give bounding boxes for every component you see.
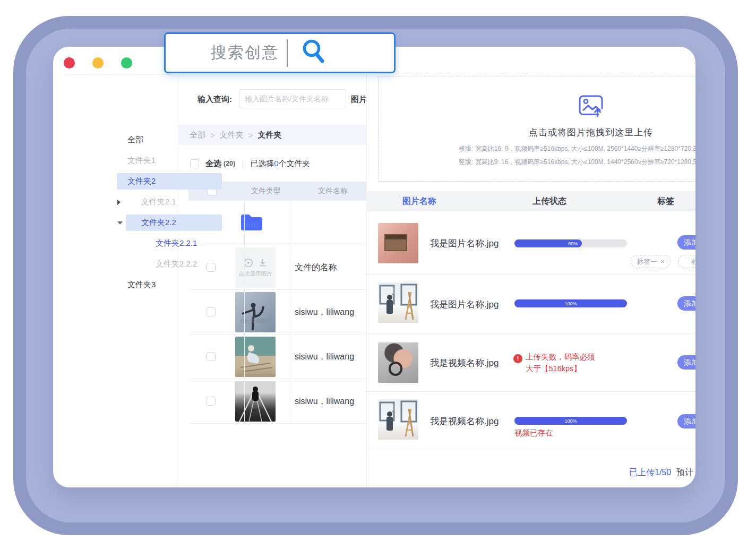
uploaded-count-text: 已上传1/50 (629, 467, 671, 478)
row-checkbox[interactable] (207, 397, 216, 406)
page: 全部 文件夹1 文件夹2 文件夹2.1 文件夹2.2 文件夹2.2.1 (0, 0, 756, 549)
upload-file-name: 我是图片名称.jpg (430, 237, 499, 249)
sidebar-item-label: 文件夹2 (117, 176, 156, 186)
sidebar-item-folder2-2[interactable]: 文件夹2.2 (117, 212, 222, 233)
upload-row-4: 我是视频名称.jpg 100% 视频已存在 添加 (366, 392, 695, 450)
sidebar-item-folder2[interactable]: 文件夹2 (117, 171, 222, 192)
file-name: sisiwu，liliwang (295, 306, 354, 318)
download-icon (259, 258, 267, 268)
clipped-image-label: 图片 (351, 95, 366, 105)
sidebar-item-label: 文件夹2.2.1 (117, 238, 197, 248)
sidebar-item-folder2-2-1[interactable]: 文件夹2.2.1 (117, 233, 222, 254)
upload-warning-text: 视频已存在 (514, 428, 553, 438)
progress-bar: 60% (514, 239, 627, 247)
upload-file-name: 我是视频名称.jpg (430, 356, 499, 368)
dropzone-spec-landscape: 横版: 宽高比16: 9，视频码率≥516kbps, 大小≤100M, 2560… (401, 144, 695, 153)
upload-thumbnail[interactable] (378, 282, 418, 323)
tag-pill[interactable]: 标签一 × (631, 255, 671, 268)
row-checkbox[interactable] (207, 307, 216, 316)
add-tag-button[interactable]: 添加 (677, 414, 695, 428)
thumbnail-yoga[interactable]: 点此查看图片 (235, 292, 276, 332)
tag-pill[interactable]: 标签 (678, 255, 695, 268)
search-icon[interactable] (300, 38, 327, 68)
divider (244, 201, 245, 245)
window-minimize-button[interactable] (92, 57, 104, 68)
progress-bar: 100% (514, 417, 627, 425)
column-header-upload-status: 上传状态 (518, 195, 581, 207)
breadcrumb-current: 文件夹 (258, 130, 282, 140)
window-close-button[interactable] (64, 57, 75, 68)
query-input[interactable] (239, 89, 346, 108)
divider (289, 334, 289, 379)
sidebar-item-label: 文件夹3 (117, 280, 156, 290)
sidebar-item-label: 文件夹2.2 (117, 218, 176, 228)
upload-dropzone[interactable]: 点击或将图片拖拽到这里上传 横版: 宽高比16: 9，视频码率≥516kbps,… (378, 76, 695, 182)
upload-thumbnail[interactable] (378, 223, 418, 263)
column-header-tags: 标签 (645, 195, 687, 207)
upload-panel: 点击或将图片拖拽到这里上传 横版: 宽高比16: 9，视频码率≥516kbps,… (366, 74, 695, 487)
add-tag-button[interactable]: 添加 (677, 235, 695, 250)
sidebar-item-folder3[interactable]: 文件夹3 (117, 274, 222, 295)
column-header-file-type: 文件类型 (242, 186, 290, 196)
upload-file-name: 我是视频名称.jpg (430, 415, 499, 427)
table-row-sitting[interactable]: sisiwu，liliwang (188, 334, 366, 379)
upload-row-2: 我是图片名称.jpg 100% 添加 (366, 275, 695, 333)
add-tag-button[interactable]: 添加 (677, 355, 695, 370)
divider (244, 334, 245, 379)
thumbnail-overlay-text: 点此查看图片 (235, 318, 276, 325)
upload-table-header: 图片名称 上传状态 标签 (366, 191, 695, 211)
sidebar-item-label: 文件夹2.2.2 (117, 259, 197, 269)
tag-label: 标签 (691, 257, 695, 267)
divider (289, 201, 289, 245)
add-tag-button[interactable]: 添加 (677, 296, 695, 311)
search-bar[interactable]: 搜索创意 (164, 32, 396, 73)
divider (244, 290, 245, 334)
progress-label: 60% (568, 241, 578, 246)
upload-file-name: 我是图片名称.jpg (430, 298, 499, 310)
file-name: sisiwu，liliwang (295, 351, 354, 362)
column-header-image-name: 图片名称 (402, 195, 436, 207)
window-zoom-button[interactable] (121, 57, 132, 68)
progress-bar: 100% (514, 299, 627, 307)
row-checkbox[interactable] (207, 352, 216, 361)
footer-clipped-text: 预计 (676, 467, 693, 478)
sidebar-item-all[interactable]: 全部 (117, 130, 222, 150)
divider (64, 74, 173, 75)
selected-text: 已选择0个文件夹 (250, 159, 310, 169)
file-name: sisiwu，liliwang (295, 396, 354, 407)
dropzone-title: 点击或将图片拖拽到这里上传 (401, 126, 695, 139)
file-name: 文件的名称 (295, 262, 337, 273)
table-row-railway[interactable]: sisiwu，liliwang (188, 379, 366, 424)
sidebar-item-folder2-2-2[interactable]: 文件夹2.2.2 (117, 254, 222, 274)
sidebar-item-label: 文件夹2.1 (117, 197, 176, 207)
thumbnail-sitting[interactable] (235, 337, 276, 377)
search-label: 搜索创意 (211, 42, 279, 64)
tag-label: 标签一 (637, 257, 657, 267)
sidebar-item-label: 文件夹1 (117, 156, 156, 166)
divider (289, 379, 289, 423)
progress-label: 100% (564, 418, 577, 424)
divider (287, 39, 288, 67)
table-row-yoga[interactable]: 点此查看图片 sisiwu，liliwang (188, 290, 366, 334)
breadcrumb-item[interactable]: 文件夹 (220, 130, 244, 140)
column-header-file-name: 文件名称 (309, 186, 357, 196)
sidebar-item-label: 全部 (117, 135, 143, 145)
divider (289, 245, 289, 289)
image-upload-icon (401, 95, 695, 120)
error-icon: ! (513, 354, 522, 363)
breadcrumb-separator: > (248, 131, 253, 140)
dropzone-spec-portrait: 竖版: 宽高比9: 16，视频码率≥516kbps, 大小≤100M, 1440… (401, 158, 695, 167)
sidebar: 全部 文件夹1 文件夹2 文件夹2.1 文件夹2.2 文件夹2.2.1 (117, 130, 222, 295)
upload-thumbnail[interactable] (378, 399, 418, 440)
sidebar-item-folder1[interactable]: 文件夹1 (117, 150, 222, 171)
image-placeholder-cell[interactable]: 点此显示图片 (235, 247, 276, 288)
divider (244, 245, 245, 289)
upload-row-1: 我是图片名称.jpg 60% 添加 标签一 × 标签 (366, 211, 695, 275)
sidebar-item-folder2-1[interactable]: 文件夹2.1 (117, 192, 222, 212)
tag-close-icon[interactable]: × (660, 258, 665, 265)
divider (244, 379, 245, 423)
upload-thumbnail[interactable] (378, 342, 418, 383)
play-circle-icon (244, 258, 253, 268)
app-window: 全部 文件夹1 文件夹2 文件夹2.1 文件夹2.2 文件夹2.2.1 (53, 47, 695, 487)
thumbnail-railway[interactable] (235, 381, 276, 422)
